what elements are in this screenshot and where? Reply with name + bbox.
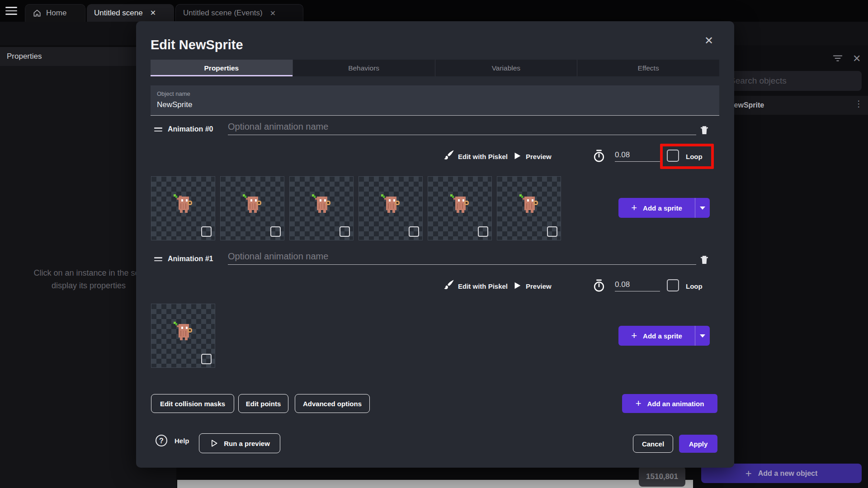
top-tab-bar: Home Untitled scene ✕ Untitled scene (Ev… xyxy=(0,0,868,22)
loop-label: Loop xyxy=(686,153,703,160)
tab-properties[interactable]: Properties xyxy=(151,60,293,76)
apply-button[interactable]: Apply xyxy=(679,435,717,453)
object-name-label: Object name xyxy=(157,90,713,97)
plus-icon: + xyxy=(636,398,642,409)
pig-sprite xyxy=(378,190,404,216)
time-between-frames-input[interactable] xyxy=(615,150,660,162)
close-dialog-icon[interactable]: ✕ xyxy=(702,34,716,47)
tab-effects[interactable]: Effects xyxy=(577,60,719,76)
home-icon xyxy=(33,9,42,18)
add-animation-button[interactable]: + Add an animation xyxy=(622,394,717,413)
play-icon xyxy=(512,281,522,291)
animation-0-label: Animation #0 xyxy=(168,125,213,133)
frame-select-checkbox[interactable] xyxy=(270,226,281,237)
paintbrush-icon xyxy=(443,278,455,291)
gdevelop-app: Home Untitled scene ✕ Untitled scene (Ev… xyxy=(0,0,868,488)
plus-icon: + xyxy=(631,202,637,214)
animation-1-label: Animation #1 xyxy=(168,255,213,263)
pig-sprite xyxy=(447,190,473,216)
object-name-field[interactable]: Object name NewSprite xyxy=(151,85,719,116)
play-icon xyxy=(512,151,522,161)
tab-behaviors[interactable]: Behaviors xyxy=(293,60,435,76)
paintbrush-icon xyxy=(443,149,455,161)
object-item-menu-icon[interactable]: ⋮ xyxy=(854,99,863,109)
chevron-down-icon xyxy=(700,334,705,338)
tab-home[interactable]: Home xyxy=(25,4,85,22)
properties-panel-title: Properties xyxy=(7,52,42,61)
preview-button[interactable]: Preview xyxy=(526,282,552,290)
pig-sprite xyxy=(170,318,197,344)
add-sprite-dropdown[interactable] xyxy=(695,326,710,346)
close-tab-icon[interactable]: ✕ xyxy=(150,9,156,17)
animation-1-name-input[interactable] xyxy=(228,251,696,265)
tab-events-label: Untitled scene (Events) xyxy=(183,9,263,18)
delete-animation-icon[interactable] xyxy=(699,124,710,136)
plus-icon: + xyxy=(745,467,752,480)
advanced-options-button[interactable]: Advanced options xyxy=(295,394,370,413)
pig-sprite xyxy=(309,190,335,216)
tab-home-label: Home xyxy=(46,9,66,18)
drag-animation-handle[interactable] xyxy=(154,257,162,263)
close-panel-icon[interactable]: ✕ xyxy=(853,53,861,65)
loop-checkbox[interactable] xyxy=(667,279,679,291)
chevron-down-icon xyxy=(700,206,705,210)
tab-scene-label: Untitled scene xyxy=(94,9,143,18)
add-sprite-button[interactable]: +Add a sprite xyxy=(618,198,710,218)
sprite-frame-thumbnail[interactable] xyxy=(220,176,284,240)
sprite-frame-thumbnail[interactable] xyxy=(151,304,215,368)
animation-0-name-input[interactable] xyxy=(228,122,696,135)
plus-icon: + xyxy=(631,330,637,342)
object-name-value: NewSprite xyxy=(157,100,713,109)
sprite-frame-thumbnail[interactable] xyxy=(151,176,215,240)
frame-select-checkbox[interactable] xyxy=(409,226,419,237)
cancel-button[interactable]: Cancel xyxy=(633,435,673,453)
dialog-title: Edit NewSprite xyxy=(151,38,243,52)
sprite-frame-thumbnail[interactable] xyxy=(289,176,354,240)
add-sprite-dropdown[interactable] xyxy=(695,198,710,218)
time-between-frames-input[interactable] xyxy=(615,280,660,291)
frame-select-checkbox[interactable] xyxy=(478,226,488,237)
loop-checkbox[interactable] xyxy=(667,150,679,162)
filter-icon[interactable] xyxy=(833,54,843,62)
object-list-item-newsprite[interactable]: NewSprite xyxy=(723,96,868,115)
main-menu-icon[interactable] xyxy=(5,7,17,15)
run-preview-button[interactable]: Run a preview xyxy=(199,433,280,453)
sprite-frame-thumbnail[interactable] xyxy=(359,176,423,240)
drag-animation-handle[interactable] xyxy=(154,127,162,133)
loop-label: Loop xyxy=(686,282,703,290)
timer-icon xyxy=(593,279,605,292)
dialog-tabs: Properties Behaviors Variables Effects xyxy=(151,60,719,76)
pig-sprite xyxy=(170,190,197,216)
sprite-frame-thumbnail[interactable] xyxy=(428,176,492,240)
tab-variables[interactable]: Variables xyxy=(435,60,578,76)
instance-coordinates-badge: 1510,801 xyxy=(639,466,685,487)
edit-with-piskel-button[interactable]: Edit with Piskel xyxy=(458,282,508,290)
pig-sprite xyxy=(516,190,542,216)
scene-canvas-edge xyxy=(177,480,693,488)
tab-untitled-scene-events[interactable]: Untitled scene (Events) ✕ xyxy=(175,4,303,22)
edit-with-piskel-button[interactable]: Edit with Piskel xyxy=(458,153,508,160)
preview-button[interactable]: Preview xyxy=(526,153,552,160)
help-icon: ? xyxy=(156,435,167,446)
frame-select-checkbox[interactable] xyxy=(201,354,212,364)
tab-untitled-scene[interactable]: Untitled scene ✕ xyxy=(87,4,174,22)
pig-sprite xyxy=(240,190,266,216)
frame-select-checkbox[interactable] xyxy=(201,226,212,237)
frame-select-checkbox[interactable] xyxy=(547,226,557,237)
search-objects-input[interactable] xyxy=(724,71,862,91)
add-sprite-button[interactable]: +Add a sprite xyxy=(618,326,710,346)
sprite-frame-thumbnail[interactable] xyxy=(497,176,561,240)
edit-collision-masks-button[interactable]: Edit collision masks xyxy=(151,394,234,413)
close-tab-icon[interactable]: ✕ xyxy=(270,9,276,18)
play-outline-icon xyxy=(209,439,218,448)
timer-icon xyxy=(593,149,605,163)
frame-select-checkbox[interactable] xyxy=(340,226,350,237)
delete-animation-icon[interactable] xyxy=(699,254,710,266)
edit-points-button[interactable]: Edit points xyxy=(238,394,288,413)
help-button[interactable]: ? Help xyxy=(156,435,189,446)
edit-object-dialog: Edit NewSprite ✕ Properties Behaviors Va… xyxy=(136,21,734,468)
